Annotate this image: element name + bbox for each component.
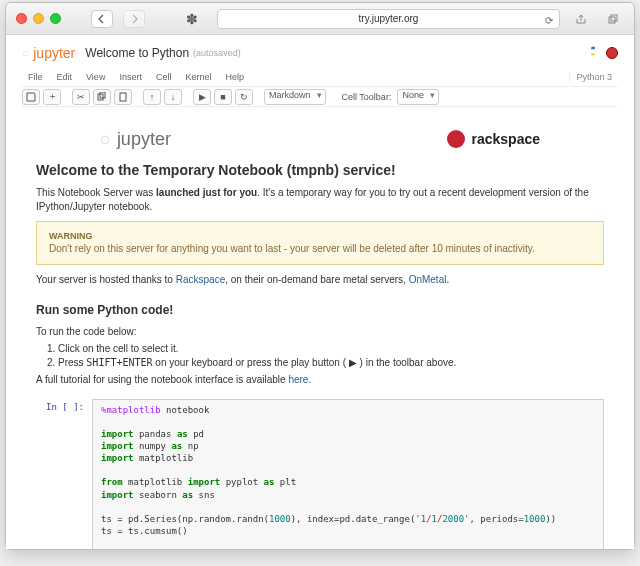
warning-title: WARNING (49, 230, 591, 242)
extension-icon[interactable]: ✽ (181, 10, 203, 28)
onmetal-link[interactable]: OnMetal (409, 274, 447, 285)
run-code-heading: Run some Python code! (36, 302, 604, 318)
url-bar[interactable]: try.jupyter.org ⟳ (217, 9, 560, 29)
warning-body: Don't rely on this server for anything y… (49, 243, 535, 254)
notebook-title[interactable]: Welcome to Python (85, 46, 189, 60)
notebook-content: jupyter rackspace Welcome to the Tempora… (22, 107, 618, 549)
stop-icon[interactable]: ■ (214, 89, 232, 105)
tutorial-line: A full tutorial for using the notebook i… (36, 373, 604, 387)
share-icon[interactable] (570, 10, 592, 28)
window-close-button[interactable] (16, 13, 27, 24)
menu-help[interactable]: Help (219, 72, 250, 82)
notebook-save-status: (autosaved) (193, 48, 241, 58)
page-viewport[interactable]: jupyter Welcome to Python (autosaved) Fi… (6, 35, 634, 549)
window-zoom-button[interactable] (50, 13, 61, 24)
window-minimize-button[interactable] (33, 13, 44, 24)
move-up-icon[interactable]: ↑ (143, 89, 161, 105)
step-2: Press SHIFT+ENTER on your keyboard or pr… (58, 356, 604, 370)
svg-rect-4 (120, 93, 126, 101)
cut-icon[interactable]: ✂ (72, 89, 90, 105)
reload-icon[interactable]: ⟳ (545, 12, 553, 30)
restart-icon[interactable]: ↻ (235, 89, 253, 105)
save-icon[interactable] (22, 89, 40, 105)
instruction-list: Click on the cell to select it. Press SH… (58, 342, 604, 369)
code-cell[interactable]: In [ ]: %matplotlib notebook import pand… (36, 399, 604, 549)
python-icon (588, 46, 602, 60)
nav-back-button[interactable] (91, 10, 113, 28)
page-title: Welcome to the Temporary Notebook (tmpnb… (36, 161, 604, 180)
jupyter-logo[interactable]: jupyter (22, 45, 75, 61)
menu-file[interactable]: File (22, 72, 49, 82)
tabs-icon[interactable] (602, 10, 624, 28)
code-input[interactable]: %matplotlib notebook import pandas as pd… (92, 399, 604, 549)
cell-prompt: In [ ]: (36, 399, 84, 549)
cell-toolbar-select[interactable]: None (397, 89, 439, 105)
cell-toolbar-label: Cell Toolbar: (342, 92, 392, 102)
titlebar: ✽ try.jupyter.org ⟳ (6, 3, 634, 35)
menu-cell[interactable]: Cell (150, 72, 178, 82)
menubar: File Edit View Insert Cell Kernel Help P… (22, 67, 618, 87)
menu-kernel[interactable]: Kernel (179, 72, 217, 82)
add-cell-icon[interactable]: ＋ (43, 89, 61, 105)
kernel-busy-icon (606, 47, 618, 59)
rackspace-logo: rackspace (447, 130, 540, 149)
host-credit: Your server is hosted thanks to Rackspac… (36, 273, 604, 287)
rackspace-link[interactable]: Rackspace (176, 274, 225, 285)
run-icon[interactable]: ▶ (193, 89, 211, 105)
instructions-lead: To run the code below: (36, 325, 604, 339)
menu-view[interactable]: View (80, 72, 111, 82)
notebook-header: jupyter Welcome to Python (autosaved) (22, 39, 618, 67)
safari-window: ✽ try.jupyter.org ⟳ jupyter Welcome to P… (5, 2, 635, 550)
menu-edit[interactable]: Edit (51, 72, 79, 82)
toolbar: ＋ ✂ ↑ ↓ ▶ ■ ↻ Markdown Cell Toolbar: Non… (22, 87, 618, 107)
move-down-icon[interactable]: ↓ (164, 89, 182, 105)
url-text: try.jupyter.org (359, 13, 419, 24)
cell-type-select[interactable]: Markdown (264, 89, 326, 105)
jupyter-big-logo: jupyter (100, 127, 171, 151)
tutorial-link[interactable]: here (288, 374, 308, 385)
svg-rect-1 (611, 15, 617, 21)
menu-insert[interactable]: Insert (113, 72, 148, 82)
warning-box: WARNING Don't rely on this server for an… (36, 221, 604, 265)
intro-text: This Notebook Server was launched just f… (36, 186, 604, 213)
step-1: Click on the cell to select it. (58, 342, 604, 356)
copy-icon[interactable] (93, 89, 111, 105)
kernel-name[interactable]: Python 3 (569, 72, 618, 82)
svg-rect-0 (609, 17, 615, 23)
paste-icon[interactable] (114, 89, 132, 105)
nav-forward-button[interactable] (123, 10, 145, 28)
